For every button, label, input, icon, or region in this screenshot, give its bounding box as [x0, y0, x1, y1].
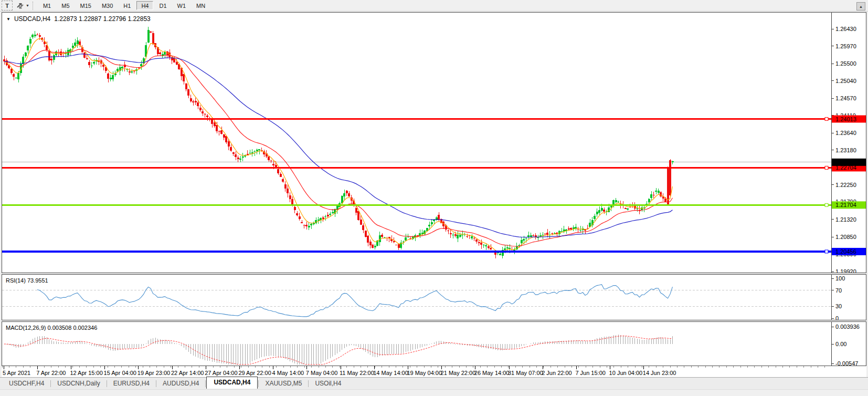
time-tick-label: 10 Jun 04:00 — [609, 370, 643, 376]
time-tick-label: 4 May 14:00 — [272, 370, 304, 376]
timeframe-button-mn[interactable]: MN — [192, 1, 210, 10]
text-tool-icon[interactable]: T — [2, 1, 13, 11]
tab-usdcad-h4[interactable]: USDCAD,H4 — [206, 377, 258, 389]
tab-eurusd-h4[interactable]: EURUSD,H4 — [108, 378, 155, 389]
tab-separator — [308, 380, 309, 387]
chart-ohlc-values: 1.22873 1.22887 1.22796 1.22853 — [54, 15, 151, 23]
timeframe-button-m15[interactable]: M15 — [76, 1, 96, 10]
time-tick-label: 19 Apr 23:00 — [137, 370, 170, 376]
hline-knob[interactable] — [825, 166, 828, 169]
macd-panel[interactable]: MACD(12,26,9) 0.003508 0.002346 0.003936… — [2, 321, 866, 366]
time-tick-label: 22 Apr 14:00 — [171, 370, 204, 376]
level-price-label: 1.24013 — [835, 116, 856, 122]
time-tick-label: 14 Jun 23:00 — [643, 370, 676, 376]
chart-tabs-bar: USDCHF,H4USDCNH,DailyEURUSD,H4AUDUSD,H4U… — [0, 377, 868, 389]
time-tick-label: 5 Apr 2021 — [3, 370, 30, 376]
timeframe-button-d1[interactable]: D1 — [154, 1, 171, 10]
tab-separator — [107, 380, 107, 387]
tab-separator — [258, 380, 259, 387]
timeframe-button-h1[interactable]: H1 — [119, 1, 135, 10]
time-tick-label: 7 Jun 15:00 — [575, 370, 606, 376]
time-tick-label: 15 Apr 04:00 — [104, 370, 136, 376]
timeframe-button-w1[interactable]: W1 — [173, 1, 191, 10]
toolbar-separator — [33, 2, 35, 10]
price-tick-label: 1.24570 — [835, 95, 856, 101]
candles-layer — [3, 27, 674, 259]
price-tick-label: 1.19920 — [835, 268, 856, 273]
macd-histogram — [4, 335, 673, 364]
macd-signal-line — [4, 336, 673, 364]
price-tick-label: 1.23640 — [835, 130, 856, 136]
price-tick-label: 1.20850 — [835, 234, 856, 240]
timeframe-button-m30[interactable]: M30 — [97, 1, 118, 10]
time-tick-label: 21 May 22:00 — [441, 370, 476, 376]
macd-tick-label: 0.003936 — [835, 324, 860, 330]
level-price-label: 1.20456 — [835, 248, 856, 255]
price-tick-label: 1.26430 — [835, 26, 856, 32]
ma-fast-line — [4, 38, 673, 252]
chart-symbol-period: USDCAD,H4 — [14, 15, 50, 23]
rsi-tick-label: 100 — [835, 275, 845, 282]
rsi-line — [37, 285, 673, 317]
time-tick-label: 29 Apr 22:00 — [238, 370, 271, 376]
hline-knob[interactable] — [825, 250, 828, 253]
tab-separator — [50, 380, 51, 387]
rsi-panel[interactable]: RSI(14) 73.9551 10070300 — [2, 274, 866, 320]
chevron-down-icon[interactable]: ▼ — [26, 4, 29, 7]
price-tick-label: 1.25500 — [835, 60, 856, 67]
status-bar — [0, 389, 868, 396]
tab-separator — [156, 380, 156, 387]
level-price-label: 1.21704 — [835, 202, 856, 208]
current-price-label: 1.22853 — [835, 159, 856, 165]
macd-tick-label: 0.00 — [835, 341, 846, 347]
ma-mid-line — [4, 49, 673, 246]
timeframe-button-m5[interactable]: M5 — [57, 1, 74, 10]
tab-usdchf-h4[interactable]: USDCHF,H4 — [3, 378, 50, 389]
time-tick-label: 2 Jun 22:00 — [542, 370, 572, 376]
price-tick-label: 1.22250 — [835, 182, 856, 188]
arrows-tool-icon[interactable] — [16, 2, 25, 10]
rsi-canvas[interactable]: 10070300 — [2, 275, 866, 320]
time-tick-label: 19 May 04:00 — [407, 370, 442, 376]
price-tick-label: 1.21320 — [835, 216, 856, 223]
time-tick-label: 14 May 14:00 — [373, 370, 408, 376]
tab-audusd-h4[interactable]: AUDUSD,H4 — [157, 378, 205, 389]
macd-tick-label: -0.00547 — [835, 360, 858, 366]
collapse-caret-icon[interactable]: ▼ — [6, 17, 10, 22]
time-tick-label: 7 Apr 22:00 — [36, 370, 66, 376]
macd-canvas[interactable]: 0.0039360.00-0.00547 — [2, 322, 866, 366]
macd-indicator-label: MACD(12,26,9) 0.003508 0.002346 — [6, 325, 97, 331]
rsi-tick-label: 0 — [835, 315, 839, 320]
rsi-tick-label: 70 — [835, 287, 842, 294]
chart-title: ▼ USDCAD,H4 1.22873 1.22887 1.22796 1.22… — [6, 15, 151, 23]
price-tick-label: 1.25970 — [835, 43, 856, 49]
tab-xauusd-m5[interactable]: XAUUSD,M5 — [259, 378, 308, 389]
rsi-indicator-label: RSI(14) 73.9551 — [6, 277, 48, 284]
time-tick-label: 11 May 22:00 — [340, 370, 374, 376]
hline-knob[interactable] — [825, 118, 828, 121]
top-toolbar: T ▼ M1M5M15M30H1H4D1W1MN ▲ — [0, 0, 868, 12]
timeframe-button-m1[interactable]: M1 — [38, 1, 56, 10]
time-tick-label: 12 Apr 15:00 — [70, 370, 102, 376]
tab-separator — [205, 380, 206, 387]
timeframe-button-h4[interactable]: H4 — [136, 1, 153, 10]
rsi-tick-label: 30 — [835, 303, 842, 309]
time-tick-label: 31 May 07:00 — [508, 370, 543, 376]
main-chart-panel[interactable]: ▼ USDCAD,H4 1.22873 1.22887 1.22796 1.22… — [2, 12, 866, 273]
time-tick-label: 27 Apr 04:00 — [205, 370, 237, 376]
tab-usoil-h4[interactable]: USOil,H4 — [309, 378, 347, 389]
time-axis[interactable]: 5 Apr 20217 Apr 22:0012 Apr 15:0015 Apr … — [2, 366, 866, 377]
price-tick-label: 1.23180 — [835, 147, 856, 153]
price-chart-canvas[interactable]: 1.264301.259701.255001.250401.245701.241… — [2, 13, 866, 273]
time-tick-label: 26 May 14:00 — [474, 370, 510, 376]
hline-knob[interactable] — [825, 203, 828, 206]
price-tick-label: 1.25040 — [835, 78, 856, 84]
toolbar-scroll-up-button[interactable]: ▲ — [856, 2, 865, 11]
time-tick-label: 7 May 04:00 — [306, 370, 338, 376]
tab-usdcnh-daily[interactable]: USDCNH,Daily — [51, 378, 105, 389]
timeframe-buttons: M1M5M15M30H1H4D1W1MN — [38, 1, 211, 10]
